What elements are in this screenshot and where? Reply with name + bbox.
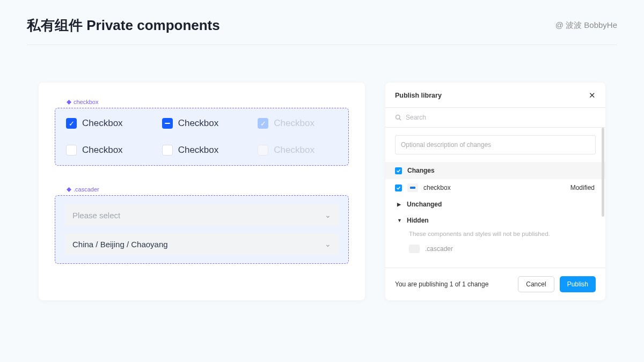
changes-section-header[interactable]: Changes (385, 162, 605, 179)
minus-icon (165, 123, 170, 124)
hidden-item-name: .cascader (425, 245, 453, 253)
component-label-text: checkbox (74, 99, 98, 105)
close-icon[interactable]: ✕ (589, 91, 596, 100)
component-label-cascader: .cascader (67, 186, 349, 193)
unchanged-section[interactable]: ▶ Unchanged (385, 196, 605, 212)
component-icon (67, 100, 71, 105)
search-icon (395, 114, 401, 121)
check-icon: ✓ (69, 120, 75, 127)
checkbox-icon: ✓ (66, 118, 77, 129)
cascader-filled[interactable]: China / Beijing / Chaoyang ⌄ (65, 233, 339, 255)
component-thumbnail (407, 183, 418, 192)
checkbox-icon (258, 145, 268, 156)
cascader-variants-frame[interactable]: Please select ⌄ China / Beijing / Chaoya… (55, 195, 349, 264)
changes-label: Changes (407, 167, 435, 174)
component-canvas: checkbox ✓ Checkbox Checkbox (39, 83, 365, 300)
hidden-item[interactable]: .cascader (385, 242, 605, 255)
scrollbar[interactable] (602, 128, 604, 217)
checkbox-indeterminate[interactable]: Checkbox (162, 118, 242, 129)
component-thumbnail (409, 245, 420, 253)
publish-summary: You are publishing 1 of 1 change (395, 280, 488, 288)
unchanged-label: Unchanged (407, 201, 442, 208)
chevron-down-icon: ⌄ (325, 240, 331, 248)
checkbox-empty[interactable]: Checkbox (66, 145, 146, 156)
checkbox-label: Checkbox (274, 145, 314, 156)
checkbox-icon: ✓ (258, 118, 268, 129)
item-checkbox[interactable] (395, 184, 402, 191)
checkbox-checked-disabled: ✓ Checkbox (258, 118, 338, 129)
check-icon: ✓ (260, 120, 266, 127)
item-status: Modified (570, 184, 595, 191)
change-item[interactable]: checkbox Modified (385, 179, 605, 196)
publish-button[interactable]: Publish (560, 276, 596, 292)
search-placeholder: Search (406, 114, 426, 121)
description-placeholder: Optional description of changes (401, 141, 491, 149)
checkbox-label: Checkbox (178, 145, 219, 156)
cascader-placeholder[interactable]: Please select ⌄ (65, 204, 339, 226)
component-icon (67, 187, 71, 192)
chevron-down-icon: ⌄ (325, 211, 331, 219)
checkbox-icon (162, 118, 173, 129)
hidden-section[interactable]: ▼ Hidden (385, 212, 605, 228)
select-all-checkbox[interactable] (395, 167, 402, 174)
component-label-checkbox: checkbox (67, 99, 349, 105)
caret-down-icon: ▼ (397, 218, 401, 223)
select-placeholder-text: Please select (72, 211, 120, 220)
page-title: 私有组件 Private components (27, 16, 220, 35)
checkbox-empty[interactable]: Checkbox (162, 145, 242, 156)
cancel-button[interactable]: Cancel (518, 276, 554, 292)
checkbox-label: Checkbox (82, 118, 123, 129)
checkbox-icon (66, 145, 77, 156)
checkbox-label: Checkbox (82, 145, 123, 156)
svg-line-1 (399, 119, 401, 120)
select-value-text: China / Beijing / Chaoyang (72, 240, 168, 249)
checkbox-checked[interactable]: ✓ Checkbox (66, 118, 146, 129)
author-handle: @ 波波 BobbyHe (555, 20, 617, 31)
publish-dialog: Publish library ✕ Search Optional descri… (385, 83, 605, 300)
checkbox-label: Checkbox (178, 118, 219, 129)
description-input[interactable]: Optional description of changes (395, 135, 596, 154)
item-name: checkbox (423, 184, 565, 191)
svg-point-0 (396, 115, 400, 120)
hidden-note: These components and styles will not be … (385, 228, 605, 242)
caret-right-icon: ▶ (397, 202, 401, 207)
checkbox-variants-frame[interactable]: ✓ Checkbox Checkbox ✓ Checkbox (55, 108, 349, 166)
component-label-text: .cascader (74, 186, 99, 193)
hidden-label: Hidden (407, 217, 429, 224)
checkbox-icon (162, 145, 173, 156)
dialog-title: Publish library (395, 92, 442, 99)
checkbox-empty-disabled: Checkbox (258, 145, 338, 156)
search-input[interactable]: Search (385, 108, 605, 128)
checkbox-label: Checkbox (274, 118, 314, 129)
